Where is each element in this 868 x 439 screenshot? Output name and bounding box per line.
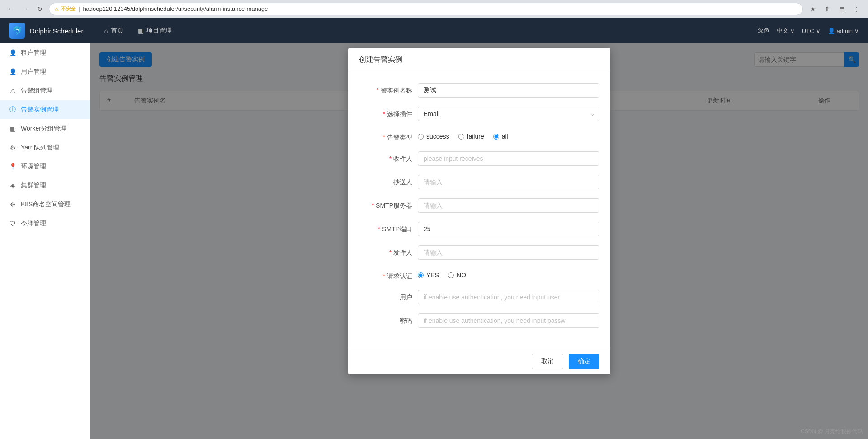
browser-actions: ★ ⇑ ▤ ⋮ — [807, 3, 863, 15]
app-container: 🐬 DolphinScheduler ⌂ 首页 ▦ 项目管理 深色 中文 ∨ U… — [0, 18, 868, 439]
utc-selector[interactable]: UTC ∨ — [802, 28, 821, 34]
receiver-input[interactable] — [418, 151, 599, 166]
alarm-group-icon: ⚠ — [9, 87, 16, 94]
user-arrow: ∨ — [854, 28, 859, 34]
sidebar-item-user[interactable]: 👤 用户管理 — [0, 62, 90, 81]
user-menu[interactable]: 👤 admin ∨ — [828, 28, 859, 34]
sidebar-item-worker[interactable]: ▦ Worker分组管理 — [0, 119, 90, 138]
back-button[interactable]: ← — [5, 4, 16, 14]
address-bar[interactable]: △ 不安全 | hadoop120:12345/dolphinscheduler… — [49, 3, 803, 15]
cc-control — [418, 175, 599, 189]
alert-type-label: 告警类型 — [359, 130, 418, 142]
user-field-input[interactable] — [418, 290, 599, 304]
modal-title: 创建告警实例 — [348, 48, 610, 72]
sidebar-item-token[interactable]: 🛡 令牌管理 — [0, 214, 90, 233]
sidebar-item-cluster-label: 集群管理 — [21, 182, 46, 190]
radio-no-input[interactable] — [448, 272, 454, 278]
password-control — [418, 313, 599, 328]
nav-projects[interactable]: ▦ 项目管理 — [131, 18, 179, 43]
confirm-button[interactable]: 确定 — [569, 354, 599, 369]
sidebar-item-alarm-instance-label: 告警实例管理 — [21, 106, 59, 114]
project-icon: ▦ — [138, 27, 144, 34]
smtp-server-input[interactable] — [418, 198, 599, 213]
sidebar-item-k8s[interactable]: ☸ K8S命名空间管理 — [0, 195, 90, 214]
share-button[interactable]: ⇑ — [821, 3, 834, 15]
top-nav: 🐬 DolphinScheduler ⌂ 首页 ▦ 项目管理 深色 中文 ∨ U… — [0, 18, 868, 43]
radio-yes-input[interactable] — [418, 272, 424, 278]
forward-button[interactable]: → — [20, 4, 31, 14]
token-icon: 🛡 — [9, 220, 16, 227]
lang-arrow: ∨ — [790, 28, 795, 34]
star-button[interactable]: ★ — [807, 3, 819, 15]
user-mgmt-icon: 👤 — [9, 68, 16, 75]
password-label: 密码 — [359, 313, 418, 326]
nav-items: ⌂ 首页 ▦ 项目管理 — [97, 18, 179, 43]
form-row-auth: 请求认证 YES NO — [359, 269, 599, 281]
logo-icon: 🐬 — [9, 23, 25, 39]
env-icon: 📍 — [9, 163, 16, 170]
watermark: CSDN @ 月亮给我抄代码 — [801, 428, 863, 435]
radio-success-input[interactable] — [418, 134, 424, 140]
project-label: 项目管理 — [146, 27, 172, 35]
cluster-icon: ◈ — [9, 182, 16, 189]
radio-success[interactable]: success — [418, 133, 449, 140]
instance-name-input[interactable] — [418, 83, 599, 98]
sidebar-item-tenant[interactable]: 👤 租户管理 — [0, 43, 90, 62]
user-icon: 👤 — [828, 28, 835, 34]
form-row-user: 用户 — [359, 290, 599, 304]
form-row-receiver: 收件人 — [359, 151, 599, 166]
cancel-button[interactable]: 取消 — [532, 354, 563, 369]
modal-body: 警实例名称 选择插件 — [348, 72, 610, 348]
form-row-sender: 发件人 — [359, 245, 599, 260]
sidebar-item-alarm-instance[interactable]: ⓘ 告警实例管理 — [0, 100, 90, 119]
smtp-port-control — [418, 222, 599, 236]
user-label: admin — [837, 28, 853, 34]
extensions-button[interactable]: ▤ — [835, 3, 848, 15]
radio-all[interactable]: all — [493, 133, 508, 140]
theme-label: 深色 — [758, 27, 769, 35]
alert-type-radio-group: success failure all — [418, 130, 599, 140]
sidebar-item-cluster[interactable]: ◈ 集群管理 — [0, 176, 90, 195]
cc-input[interactable] — [418, 175, 599, 189]
instance-name-control — [418, 83, 599, 98]
receiver-label: 收件人 — [359, 151, 418, 163]
receiver-control — [418, 151, 599, 166]
radio-all-label: all — [502, 133, 508, 140]
utc-arrow: ∨ — [816, 28, 821, 34]
tenant-icon: 👤 — [9, 49, 16, 56]
address-text: hadoop120:12345/dolphinscheduler/ui/secu… — [83, 5, 268, 12]
password-input[interactable] — [418, 313, 599, 328]
radio-no[interactable]: NO — [448, 271, 466, 279]
cc-label: 抄送人 — [359, 175, 418, 187]
sidebar-item-yarn[interactable]: ⚙ Yarn队列管理 — [0, 138, 90, 157]
lang-selector[interactable]: 中文 ∨ — [777, 27, 795, 35]
smtp-server-label: SMTP服务器 — [359, 198, 418, 210]
sidebar-item-tenant-label: 租户管理 — [21, 49, 46, 57]
radio-failure-input[interactable] — [458, 134, 464, 140]
theme-selector[interactable]: 深色 — [758, 27, 769, 35]
radio-yes[interactable]: YES — [418, 271, 439, 279]
auth-label: 请求认证 — [359, 269, 418, 281]
sender-input[interactable] — [418, 245, 599, 260]
sidebar-item-user-label: 用户管理 — [21, 68, 46, 76]
sidebar-item-alarm-group[interactable]: ⚠ 告警组管理 — [0, 81, 90, 100]
nav-home[interactable]: ⌂ 首页 — [97, 18, 130, 43]
sidebar-item-env[interactable]: 📍 环境管理 — [0, 157, 90, 176]
radio-all-input[interactable] — [493, 134, 499, 140]
sender-label: 发件人 — [359, 245, 418, 257]
plugin-select-wrapper: Email DingTalk WeChat — [418, 107, 599, 121]
home-label: 首页 — [111, 27, 123, 35]
home-icon: ⌂ — [104, 27, 108, 34]
auth-radio-group: YES NO — [418, 269, 599, 279]
menu-button[interactable]: ⋮ — [850, 3, 863, 15]
logo-area: 🐬 DolphinScheduler — [9, 23, 83, 39]
radio-failure[interactable]: failure — [458, 133, 484, 140]
smtp-port-input[interactable] — [418, 222, 599, 236]
reload-button[interactable]: ↻ — [34, 4, 45, 14]
form-row-alert-type: 告警类型 success failure — [359, 130, 599, 142]
instance-name-label: 警实例名称 — [359, 83, 418, 95]
sidebar-item-alarm-group-label: 告警组管理 — [21, 87, 52, 95]
plugin-select[interactable]: Email DingTalk WeChat — [418, 107, 599, 121]
security-icon: △ — [55, 6, 58, 12]
form-row-plugin: 选择插件 Email DingTalk WeChat — [359, 107, 599, 121]
